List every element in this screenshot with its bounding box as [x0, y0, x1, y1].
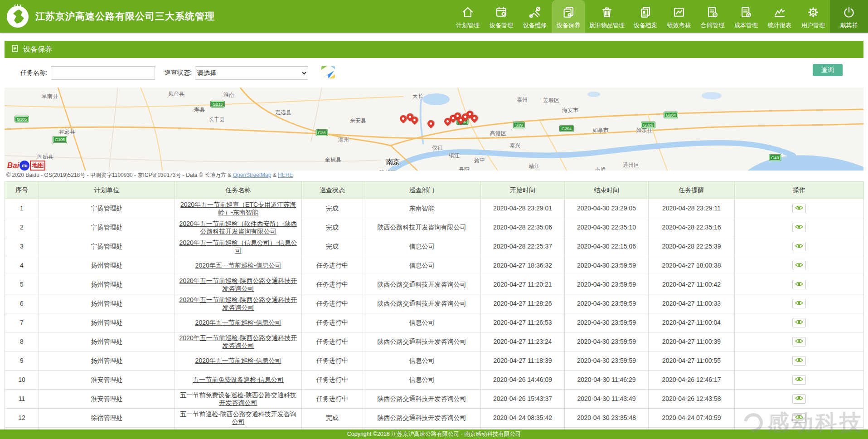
power-icon [842, 4, 856, 20]
task-link[interactable]: 2020年五一节前巡检-信息公司 [195, 319, 281, 326]
nav-item-users[interactable]: 用户管理 [796, 0, 830, 33]
nav-item-device-mgmt[interactable]: 设备管理 [485, 0, 518, 33]
baidu-logo-ditu: 地图 [30, 161, 45, 171]
doc-yen-icon [739, 4, 753, 20]
eye-icon [795, 357, 804, 364]
nav-item-label: 废旧物品管理 [589, 21, 625, 29]
cell-task: 五一节前免费设备巡检-陕西公路交通科技开发咨询公司 [175, 390, 302, 409]
task-link[interactable]: 五一节前免费设备巡检-陕西公路交通科技开发咨询公司 [180, 391, 296, 406]
view-button[interactable] [792, 318, 806, 327]
task-link[interactable]: 2020年五一节前巡检-信息公司 [195, 357, 281, 364]
section-bar: 设备保养 [5, 41, 863, 58]
task-link[interactable]: 五一节前巡检-陕西公路交通科技开发咨询公司 [180, 410, 296, 425]
cell-status: 完成 [302, 237, 363, 256]
cell-dept: 信息公司 [363, 313, 481, 332]
view-button[interactable] [792, 356, 806, 366]
main-nav: 计划管理设备管理设备维修设备保养废旧物品管理设备档案绩效考核合同管理成本管理统计… [451, 0, 868, 33]
view-button[interactable] [792, 261, 806, 270]
nav-item-cost[interactable]: 成本管理 [729, 0, 763, 33]
cell-action [735, 371, 864, 390]
cell-remind-time: 2020-04-28 22:35:16 [649, 218, 735, 237]
cell-dept: 东南智能 [363, 199, 481, 218]
map-city-label: 长丰县 [209, 116, 225, 123]
cell-action [735, 256, 864, 275]
nav-item-device-repair[interactable]: 设备维修 [518, 0, 552, 33]
app-header: 江苏京沪高速公路有限公司三大系统管理 计划管理设备管理设备维修设备保养废旧物品管… [0, 0, 868, 33]
cell-end-time: 2020-04-30 23:59:59 [565, 256, 649, 275]
task-link[interactable]: 2020年五一节前巡检-陕西公路交通科技开发咨询公司 [179, 334, 297, 349]
cell-start-time: 2020-04-27 11:20:21 [481, 275, 565, 294]
cell-action [735, 199, 864, 218]
here-link[interactable]: HERE [278, 172, 293, 178]
table-row: 2宁扬管理处2020年五一节前巡检（软件西安所）-陕西公路科技开发咨询有限公司完… [5, 218, 864, 237]
nav-item-label: 设备维修 [523, 21, 547, 29]
task-link[interactable]: 2020年五一节前巡检（信息公司）-信息公司 [179, 239, 297, 254]
cell-remind-time: 2020-04-24 07:40:59 [649, 409, 735, 428]
nav-item-device-maint[interactable]: 设备保养 [552, 0, 585, 33]
cell-no: 4 [5, 256, 39, 275]
nav-item-contracts[interactable]: 合同管理 [696, 0, 729, 33]
nav-item-current-user[interactable]: 戴其祥 [830, 0, 868, 33]
task-name-input[interactable] [51, 66, 155, 80]
view-button[interactable] [792, 413, 806, 423]
eye-icon [795, 415, 804, 421]
eye-icon [795, 243, 804, 250]
map-city-label: 淮南 [223, 91, 234, 99]
view-button[interactable] [792, 375, 806, 385]
map-city-label: 固始县 [37, 153, 53, 161]
osm-link[interactable]: OpenStreetMap [233, 172, 272, 178]
eye-icon [795, 224, 804, 231]
task-link[interactable]: 2020年五一节前巡查（ETC专用道江苏海岭）-东南智能 [180, 201, 296, 216]
baidu-logo-bai: Bai [7, 161, 19, 170]
cell-action [735, 351, 864, 371]
nav-item-label: 统计报表 [768, 21, 791, 29]
cell-end-time: 2020-04-30 23:59:59 [565, 275, 649, 294]
cell-task: 2020年五一节前巡检-信息公司 [175, 351, 302, 371]
task-link[interactable]: 2020年五一节前巡检-陕西公路交通科技开发咨询公司 [179, 296, 297, 311]
device-icon [562, 4, 575, 20]
map-city-label: 泰兴 [509, 142, 520, 150]
cell-unit: 宁扬管理处 [39, 199, 175, 218]
eye-icon [795, 376, 804, 383]
view-button[interactable] [792, 337, 806, 346]
cell-unit: 扬州管理处 [39, 313, 175, 332]
view-button[interactable] [792, 223, 806, 232]
view-button[interactable] [792, 242, 806, 251]
nav-item-device-files[interactable]: 设备档案 [629, 0, 662, 33]
nav-item-waste-goods[interactable]: 废旧物品管理 [585, 0, 629, 33]
cell-task: 2020年五一节前巡检（信息公司）-信息公司 [175, 237, 302, 256]
map-locate-icon[interactable] [320, 64, 336, 82]
documents-icon [639, 4, 652, 20]
cell-unit: 宁扬管理处 [39, 237, 175, 256]
table-row: 10淮安管理处五一节前免费设备巡检-信息公司任务进行中信息公司2020-04-2… [5, 371, 864, 390]
cell-dept: 陕西公路交通科技开发咨询公司 [363, 294, 481, 313]
table-row: 6扬州管理处2020年五一节前巡检-陕西公路交通科技开发咨询公司任务进行中陕西公… [5, 294, 864, 313]
search-button[interactable]: 查询 [813, 64, 843, 76]
jiangsu-map-logo-icon [5, 4, 30, 29]
task-link[interactable]: 2020年五一节前巡检-信息公司 [195, 262, 281, 269]
nav-item-performance[interactable]: 绩效考核 [662, 0, 696, 33]
nav-item-label: 戴其祥 [840, 21, 858, 29]
nav-item-reports[interactable]: 统计报表 [763, 0, 796, 33]
cell-task: 2020年五一节前巡检-信息公司 [175, 313, 302, 332]
status-select[interactable]: 请选择 [195, 66, 308, 80]
task-link[interactable]: 五一节前免费设备巡检-信息公司 [193, 376, 284, 383]
cell-remind-time: 2020-04-26 12:43:58 [649, 390, 735, 409]
view-button[interactable] [792, 204, 806, 213]
baidu-map[interactable]: 阜南县凤台县淮南寿县长丰县霍邱县固始县定远县来安县天长滁州全椒县南京建邺区仪征镇… [5, 88, 863, 180]
task-link[interactable]: 2020年五一节前巡检（软件西安所）-陕西公路科技开发咨询有限公司 [179, 220, 297, 235]
table-row: 8扬州管理处2020年五一节前巡检-陕西公路交通科技开发咨询公司任务进行中陕西公… [5, 332, 864, 351]
column-header: 结束时间 [565, 182, 649, 199]
map-canvas [5, 88, 863, 180]
nav-item-plan[interactable]: 计划管理 [451, 0, 485, 33]
view-button[interactable] [792, 280, 806, 289]
map-city-label: 扬中 [474, 156, 485, 164]
view-button[interactable] [792, 394, 806, 404]
section-title: 设备保养 [23, 45, 52, 54]
cell-task: 2020年五一节前巡检-陕西公路交通科技开发咨询公司 [175, 275, 302, 294]
cell-status: 任务进行中 [302, 371, 363, 390]
cell-no: 8 [5, 332, 39, 351]
task-link[interactable]: 2020年五一节前巡检-陕西公路交通科技开发咨询公司 [179, 277, 297, 292]
cell-dept: 信息公司 [363, 256, 481, 275]
view-button[interactable] [792, 299, 806, 308]
